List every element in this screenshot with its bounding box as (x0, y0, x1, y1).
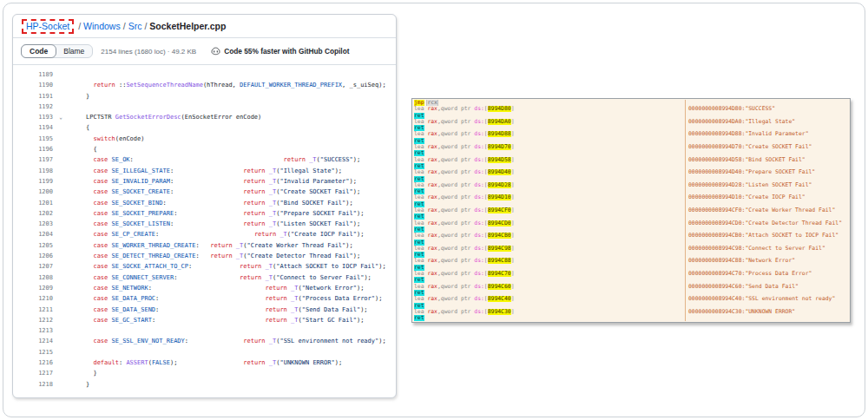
line-number[interactable]: 1217 (13, 368, 53, 378)
instruction: ret (412, 125, 685, 131)
asm-row-lea[interactable]: lea rax,qword ptr ds:[8994C40]0000000008… (412, 296, 850, 302)
line-number[interactable]: 1211 (13, 305, 53, 315)
asm-row-ret[interactable]: ret (412, 213, 850, 220)
line-number[interactable]: 1197 (13, 154, 53, 165)
breadcrumb-dir-windows[interactable]: Windows (83, 21, 121, 31)
code-text: case SE_GC_START: return _T("Start GC Fa… (69, 315, 364, 325)
code-text: { (69, 122, 89, 133)
asm-row-ret[interactable]: ret (412, 163, 850, 169)
collapse-chevron-icon[interactable]: ⌄ (53, 112, 69, 122)
comment-empty (685, 176, 850, 182)
asm-row-ret[interactable]: ret (412, 113, 850, 119)
asm-row-lea[interactable]: lea rax,qword ptr ds:[8994D10]0000000008… (412, 194, 850, 200)
asm-row-ret[interactable]: ret (412, 315, 850, 321)
disassembly-panel: jmp rcxlea rax,qword ptr ds:[8994D80]000… (411, 98, 851, 323)
line-number[interactable]: 1190 (13, 80, 53, 90)
line-number[interactable]: 1213 (13, 325, 53, 336)
asm-row-ret[interactable]: ret (412, 201, 850, 207)
instruction: ret (412, 277, 685, 283)
asm-row-jmp[interactable]: jmp rcx (412, 100, 850, 106)
comment-empty (685, 201, 850, 207)
instruction: lea rax,qword ptr ds:[8994D58] (412, 157, 685, 163)
instruction: ret (412, 188, 685, 194)
line-number[interactable]: 1215 (13, 347, 53, 358)
line-number[interactable]: 1207 (13, 261, 53, 272)
line-number[interactable]: 1201 (13, 198, 53, 208)
copilot-banner[interactable]: Code 55% faster with GitHub Copilot (211, 47, 349, 56)
asm-row-ret[interactable]: ret (412, 138, 850, 144)
code-line: 1214 case SE_SSL_ENV_NOT_READY: return _… (13, 336, 396, 346)
asm-row-ret[interactable]: ret (412, 252, 850, 258)
asm-row-ret[interactable]: ret (412, 265, 850, 271)
asm-row-lea[interactable]: lea rax,qword ptr ds:[8994D88]0000000008… (412, 131, 850, 137)
asm-row-lea[interactable]: lea rax,qword ptr ds:[8994C60]0000000008… (412, 284, 850, 290)
breadcrumb-dir-src[interactable]: Src (128, 21, 142, 31)
asm-row-lea[interactable]: lea rax,qword ptr ds:[8994D80]0000000008… (412, 106, 850, 112)
asm-row-ret[interactable]: ret (412, 240, 850, 246)
line-number[interactable]: 1208 (13, 272, 53, 283)
line-number[interactable]: 1202 (13, 208, 53, 219)
breadcrumb-repo-link[interactable]: HP-Socket (26, 21, 69, 31)
asm-row-lea[interactable]: lea rax,qword ptr ds:[8994CF0]0000000008… (412, 207, 850, 213)
line-number[interactable]: 1192 (13, 102, 53, 112)
asm-row-ret[interactable]: ret (412, 150, 850, 156)
line-number[interactable]: 1210 (13, 293, 53, 304)
line-number[interactable]: 1218 (13, 379, 53, 390)
instruction: ret (412, 213, 685, 220)
instruction: lea rax,qword ptr ds:[8994D40] (412, 169, 685, 175)
asm-row-lea[interactable]: lea rax,qword ptr ds:[8994D40]0000000008… (412, 169, 850, 175)
line-number[interactable]: 1189 (13, 69, 53, 80)
gutter-spacer (53, 69, 69, 80)
line-number[interactable]: 1204 (13, 229, 53, 240)
code-line: 1196 { (13, 144, 396, 154)
line-number[interactable]: 1199 (13, 176, 53, 187)
asm-row-ret[interactable]: ret (412, 303, 850, 309)
comment-empty (685, 290, 850, 296)
line-number[interactable]: 1205 (13, 240, 53, 251)
string-comment: 0000000008994D58:"Bind SOCKET Fail" (685, 157, 850, 163)
asm-row-ret[interactable]: ret (412, 277, 850, 283)
asm-row-ret[interactable]: ret (412, 125, 850, 131)
comment-empty (685, 113, 850, 119)
code-line: 1193⌄LPCTSTR GetSocketErrorDesc(EnSocket… (13, 112, 396, 122)
line-number[interactable]: 1196 (13, 144, 53, 154)
asm-row-lea[interactable]: lea rax,qword ptr ds:[8994C30]0000000008… (412, 309, 850, 315)
asm-row-lea[interactable]: lea rax,qword ptr ds:[8994C70]0000000008… (412, 271, 850, 277)
line-number[interactable]: 1194 (13, 122, 53, 133)
asm-row-lea[interactable]: lea rax,qword ptr ds:[8994D28]0000000008… (412, 182, 850, 188)
code-line: 1212 case SE_GC_START: return _T("Start … (13, 315, 396, 325)
asm-row-lea[interactable]: lea rax,qword ptr ds:[8994DA0]0000000008… (412, 119, 850, 125)
gutter-spacer (53, 293, 69, 304)
code-line: 1195 switch(enCode) (13, 134, 396, 144)
line-number[interactable]: 1212 (13, 315, 53, 325)
asm-row-lea[interactable]: lea rax,qword ptr ds:[8994D70]0000000008… (412, 144, 850, 150)
asm-row-lea[interactable]: lea rax,qword ptr ds:[8994C98]0000000008… (412, 246, 850, 252)
comment-empty (685, 188, 850, 194)
asm-row-ret[interactable]: ret (412, 226, 850, 233)
instruction: ret (412, 240, 685, 246)
line-number[interactable]: 1216 (13, 358, 53, 368)
line-number[interactable]: 1209 (13, 283, 53, 293)
instruction: lea rax,qword ptr ds:[8994DA0] (412, 119, 685, 125)
instruction: lea rax,qword ptr ds:[8994C70] (412, 271, 685, 277)
asm-row-ret[interactable]: ret (412, 188, 850, 194)
asm-row-lea[interactable]: lea rax,qword ptr ds:[8994CB0]0000000008… (412, 233, 850, 239)
code-text: return ::SetSequenceThreadName(hThread, … (69, 80, 386, 90)
line-number[interactable]: 1206 (13, 251, 53, 261)
tab-code[interactable]: Code (21, 44, 56, 58)
line-number[interactable]: 1191 (13, 91, 53, 102)
asm-row-ret[interactable]: ret (412, 176, 850, 182)
line-number[interactable]: 1200 (13, 187, 53, 197)
tab-blame[interactable]: Blame (56, 45, 92, 57)
line-number[interactable]: 1198 (13, 166, 53, 176)
asm-row-ret[interactable]: ret (412, 290, 850, 296)
asm-row-lea[interactable]: lea rax,qword ptr ds:[8994CD0]0000000008… (412, 220, 850, 226)
line-number[interactable]: 1203 (13, 219, 53, 229)
line-number[interactable]: 1193 (13, 112, 53, 122)
asm-row-lea[interactable]: lea rax,qword ptr ds:[8994D58]0000000008… (412, 157, 850, 163)
comment-empty (685, 100, 850, 106)
asm-row-lea[interactable]: lea rax,qword ptr ds:[8994C88]0000000008… (412, 258, 850, 264)
line-number[interactable]: 1195 (13, 134, 53, 144)
line-number[interactable]: 1214 (13, 336, 53, 346)
gutter-spacer (53, 122, 69, 133)
